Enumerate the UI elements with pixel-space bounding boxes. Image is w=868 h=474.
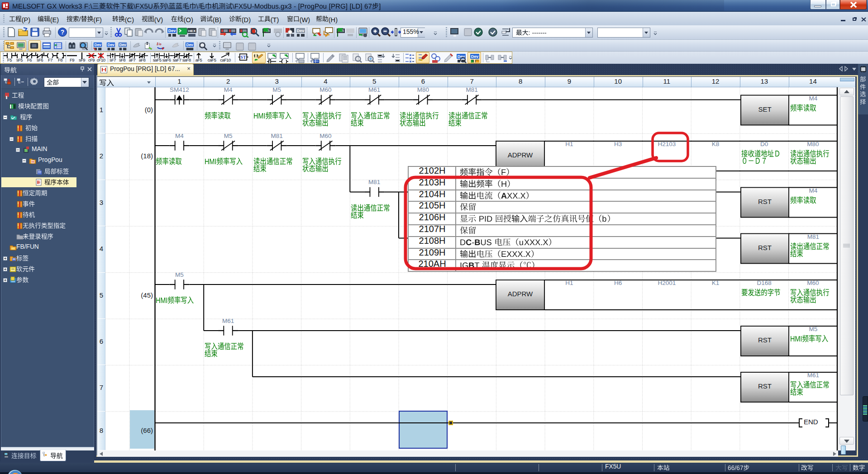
svg-text:HEX: HEX: [188, 29, 196, 33]
svg-text:Dev: Dev: [186, 43, 193, 47]
svg-text:Dev: Dev: [471, 54, 479, 59]
svg-text:Dev: Dev: [119, 43, 126, 47]
svg-text:Dev: Dev: [168, 28, 176, 33]
svg-text:Dev: Dev: [94, 43, 101, 47]
svg-text:Dev: Dev: [297, 28, 305, 33]
svg-text:?: ?: [61, 28, 65, 36]
svg-text:I/o: I/o: [156, 42, 162, 46]
svg-text:Dev: Dev: [107, 43, 114, 47]
svg-text:ST: ST: [240, 55, 246, 60]
